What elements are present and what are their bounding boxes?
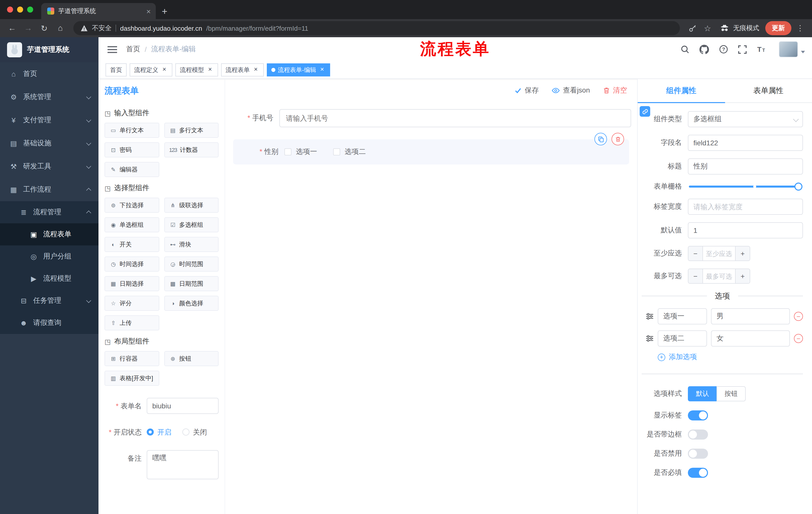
title-input[interactable] <box>688 158 803 174</box>
component-single-line-text[interactable]: ▭单行文本 <box>105 123 159 138</box>
sidebar-item-workflow[interactable]: ▦ 工作流程 <box>0 178 98 201</box>
minus-icon[interactable]: − <box>688 269 703 283</box>
password-key-icon[interactable] <box>686 22 699 35</box>
option2-label-input[interactable] <box>658 330 707 347</box>
tag-home[interactable]: 首页 <box>106 63 127 77</box>
home-browser-icon[interactable]: ⌂ <box>53 21 67 35</box>
update-button[interactable]: 更新 <box>765 21 791 35</box>
style-button-button[interactable]: 按钮 <box>717 386 746 401</box>
clear-button[interactable]: 清空 <box>603 86 627 95</box>
tab-close-icon[interactable]: × <box>146 7 151 15</box>
form-remark-textarea[interactable]: 嘿嘿 <box>147 450 219 479</box>
default-value-input[interactable] <box>688 222 803 238</box>
fullscreen-icon[interactable] <box>738 45 747 54</box>
drag-handle-icon[interactable] <box>646 334 654 343</box>
slider-handle[interactable] <box>794 183 803 191</box>
tag-process-form-edit[interactable]: 流程表单-编辑 × <box>267 63 330 77</box>
remove-option-icon[interactable]: − <box>794 334 803 343</box>
field-name-input[interactable] <box>688 135 803 151</box>
component-checkbox-group[interactable]: ☑多选框组 <box>164 217 219 232</box>
gender-checkbox-option1[interactable]: 选项一 <box>284 147 317 156</box>
tag-process-form[interactable]: 流程表单 × <box>221 63 264 77</box>
help-icon[interactable]: ? <box>719 45 728 54</box>
url-omnibox[interactable]: 不安全 dashboard.yudao.iocoder.cn/bpm/manag… <box>74 21 680 35</box>
tag-process-definition[interactable]: 流程定义 × <box>129 63 172 77</box>
form-name-input[interactable] <box>147 398 219 414</box>
component-type-select[interactable] <box>688 111 803 127</box>
drag-handle-icon[interactable] <box>646 312 654 320</box>
back-icon[interactable]: ← <box>5 21 19 35</box>
remove-option-icon[interactable]: − <box>794 312 803 321</box>
component-upload[interactable]: ⇧上传 <box>105 315 159 330</box>
component-date-range[interactable]: ▩日期范围 <box>164 276 219 291</box>
sidebar-item-home[interactable]: ⌂ 首页 <box>0 62 98 85</box>
new-tab-button[interactable]: + <box>162 6 167 16</box>
sidebar-item-leave-query[interactable]: ☻ 请假查询 <box>0 312 98 334</box>
option1-label-input[interactable] <box>658 308 707 324</box>
status-radio-on[interactable]: 开启 <box>147 424 171 440</box>
label-width-input[interactable] <box>688 199 803 215</box>
sidebar-item-task-mgmt[interactable]: ⊟ 任务管理 <box>0 290 98 312</box>
save-button[interactable]: 保存 <box>515 86 539 95</box>
tag-close-icon[interactable]: × <box>206 66 213 74</box>
grid-slider[interactable] <box>689 186 799 188</box>
component-switch[interactable]: ◐开关 <box>105 237 159 252</box>
tab-component-props[interactable]: 组件属性 <box>638 79 725 102</box>
link-icon[interactable] <box>640 106 650 117</box>
component-password[interactable]: ⊡密码 <box>105 142 159 157</box>
component-radio-group[interactable]: ◉单选框组 <box>105 217 159 232</box>
sidebar-item-devtools[interactable]: ⚒ 研发工具 <box>0 155 98 178</box>
component-date-picker[interactable]: ▦日期选择 <box>105 276 159 291</box>
close-window-icon[interactable] <box>7 6 13 12</box>
component-button[interactable]: ⊛按钮 <box>164 351 219 366</box>
min-select-input[interactable] <box>703 246 735 261</box>
forward-icon[interactable]: → <box>21 21 35 35</box>
component-multi-line-text[interactable]: ▤多行文本 <box>164 123 219 138</box>
plus-icon[interactable]: + <box>735 246 750 261</box>
show-label-toggle[interactable] <box>688 410 708 421</box>
option2-value-input[interactable] <box>711 330 790 347</box>
bookmark-star-icon[interactable]: ☆ <box>701 22 714 35</box>
copy-component-button[interactable] <box>594 133 607 145</box>
sidebar-item-system[interactable]: ⚙ 系统管理 <box>0 85 98 109</box>
tag-close-icon[interactable]: × <box>319 66 326 74</box>
component-rate[interactable]: ☆评分 <box>105 296 159 311</box>
component-time-range[interactable]: ◶时间范围 <box>164 256 219 272</box>
minimize-window-icon[interactable] <box>17 6 23 12</box>
phone-input[interactable] <box>279 109 631 127</box>
max-select-input[interactable] <box>703 269 735 283</box>
tag-close-icon[interactable]: × <box>252 66 259 74</box>
sidebar-item-process-form[interactable]: ▣ 流程表单 <box>0 223 98 245</box>
sidebar-logo[interactable]: 芋道管理系统 <box>0 37 98 62</box>
sidebar-item-process-mgmt[interactable]: ≣ 流程管理 <box>0 201 98 223</box>
component-cascader[interactable]: ⋔级联选择 <box>164 198 219 213</box>
component-table[interactable]: ▥表格[开发中] <box>105 371 159 386</box>
option1-value-input[interactable] <box>711 308 790 324</box>
reload-icon[interactable]: ↻ <box>37 21 51 35</box>
hamburger-icon[interactable] <box>106 43 119 56</box>
plus-icon[interactable]: + <box>735 269 750 283</box>
maximize-window-icon[interactable] <box>27 6 33 12</box>
tab-form-props[interactable]: 表单属性 <box>725 79 812 102</box>
field-gender-selected[interactable]: 性别 选项一 选项二 <box>233 139 629 164</box>
gender-checkbox-option2[interactable]: 选项二 <box>333 147 366 156</box>
sidebar-item-user-group[interactable]: ◎ 用户分组 <box>0 245 98 268</box>
breadcrumb-home[interactable]: 首页 <box>126 45 140 54</box>
component-time-picker[interactable]: ◷时间选择 <box>105 256 159 272</box>
browser-menu-icon[interactable]: ⋮ <box>793 24 807 33</box>
user-menu[interactable] <box>779 41 805 57</box>
component-counter[interactable]: 123计数器 <box>164 142 219 157</box>
required-toggle[interactable] <box>688 468 708 478</box>
status-radio-off[interactable]: 关闭 <box>182 424 207 440</box>
minus-icon[interactable]: − <box>688 246 703 261</box>
border-toggle[interactable] <box>688 430 708 439</box>
sidebar-item-process-model[interactable]: ▶ 流程模型 <box>0 268 98 290</box>
github-icon[interactable] <box>699 45 709 54</box>
component-row-container[interactable]: ⊞行容器 <box>105 351 159 366</box>
component-color-picker[interactable]: ◑颜色选择 <box>164 296 219 311</box>
tag-close-icon[interactable]: × <box>161 66 168 74</box>
sidebar-item-infra[interactable]: ▤ 基础设施 <box>0 132 98 155</box>
browser-tab[interactable]: 芋道管理系统 × <box>41 3 156 19</box>
sidebar-item-payment[interactable]: ¥ 支付管理 <box>0 109 98 132</box>
add-option-button[interactable]: + 添加选项 <box>658 353 803 361</box>
